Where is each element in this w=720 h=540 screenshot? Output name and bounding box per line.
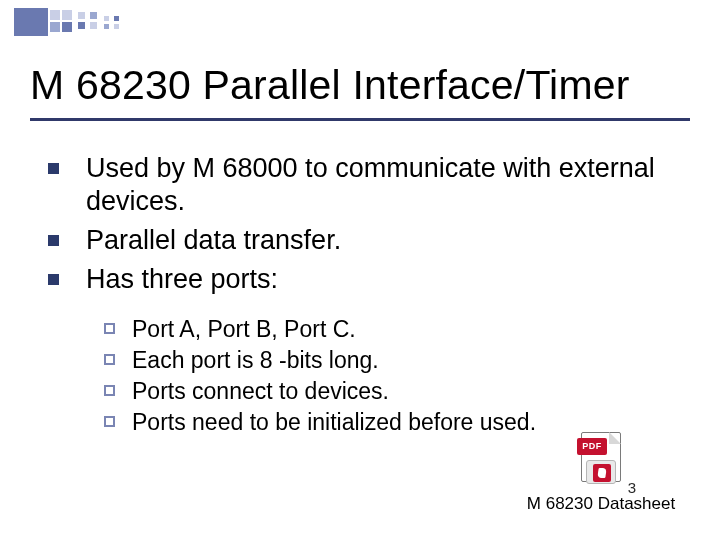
- pdf-badge: PDF: [577, 438, 607, 455]
- bullet-text: Ports need to be initialized before used…: [132, 409, 536, 435]
- pdf-icon: PDF: [577, 432, 625, 488]
- list-item: Used by M 68000 to communicate with exte…: [32, 152, 688, 218]
- bullet-list: Used by M 68000 to communicate with exte…: [32, 152, 688, 438]
- title-underline: [30, 118, 690, 121]
- bullet-text: Parallel data transfer.: [86, 225, 341, 255]
- page-number: 3: [628, 479, 636, 496]
- list-item: Has three ports: Port A, Port B, Port C.…: [32, 263, 688, 438]
- list-item: Each port is 8 -bits long.: [96, 345, 688, 376]
- slide-title: M 68230 Parallel Interface/Timer: [30, 62, 690, 109]
- pdf-caption: M 68230 Datasheet: [516, 494, 686, 514]
- list-item: Port A, Port B, Port C.: [96, 314, 688, 345]
- list-item: Parallel data transfer.: [32, 224, 688, 257]
- pdf-attachment[interactable]: PDF M 68230 Datasheet: [516, 432, 686, 514]
- list-item: Ports connect to devices.: [96, 376, 688, 407]
- slide: M 68230 Parallel Interface/Timer Used by…: [0, 0, 720, 540]
- corner-decoration: [14, 8, 214, 48]
- bullet-text: Ports connect to devices.: [132, 378, 389, 404]
- bullet-text: Each port is 8 -bits long.: [132, 347, 379, 373]
- sub-bullet-list: Port A, Port B, Port C. Each port is 8 -…: [96, 314, 688, 438]
- bullet-text: Used by M 68000 to communicate with exte…: [86, 153, 655, 216]
- slide-body: Used by M 68000 to communicate with exte…: [32, 152, 688, 444]
- adobe-logo-icon: [586, 460, 616, 484]
- bullet-text: Has three ports:: [86, 264, 278, 294]
- bullet-text: Port A, Port B, Port C.: [132, 316, 356, 342]
